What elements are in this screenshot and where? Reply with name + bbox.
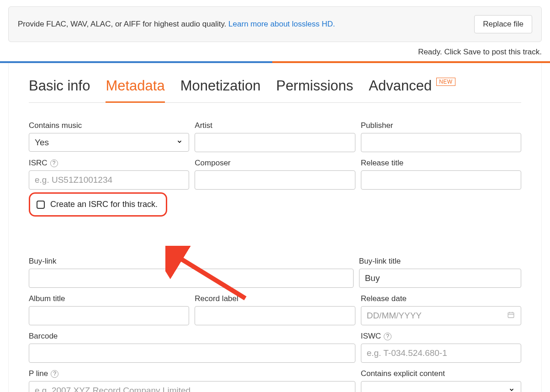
field-release-title: Release title bbox=[361, 159, 521, 217]
tab-bar: Basic info Metadata Monetization Permiss… bbox=[29, 77, 521, 103]
field-composer: Composer bbox=[195, 159, 355, 217]
isrc-checkbox-highlight: Create an ISRC for this track. bbox=[29, 192, 167, 217]
help-icon[interactable]: ? bbox=[50, 159, 58, 167]
isrc-input[interactable] bbox=[29, 170, 189, 190]
record-label-input[interactable] bbox=[195, 306, 355, 325]
publisher-input[interactable] bbox=[361, 133, 521, 152]
upload-status: Ready. Click Save to post this track. bbox=[0, 48, 542, 57]
create-isrc-checkbox[interactable] bbox=[37, 201, 45, 209]
label-p-line-text: P line bbox=[29, 369, 48, 378]
lossless-hd-link[interactable]: Learn more about lossless HD. bbox=[228, 20, 335, 28]
label-record-label: Record label bbox=[195, 294, 355, 303]
p-line-input[interactable] bbox=[29, 381, 355, 392]
label-iswc-text: ISWC bbox=[361, 332, 381, 341]
label-barcode: Barcode bbox=[29, 332, 355, 341]
tab-permissions[interactable]: Permissions bbox=[276, 77, 353, 101]
label-album-title: Album title bbox=[29, 294, 189, 303]
label-artist: Artist bbox=[195, 121, 355, 130]
content-panel: Basic info Metadata Monetization Permiss… bbox=[8, 63, 542, 392]
tab-advanced[interactable]: Advanced NEW bbox=[369, 77, 455, 101]
label-isrc-text: ISRC bbox=[29, 159, 48, 168]
replace-file-button[interactable]: Replace file bbox=[474, 15, 532, 33]
field-iswc: ISWC ? bbox=[361, 332, 521, 363]
banner-text: Provide FLAC, WAV, ALAC, or AIFF for hig… bbox=[18, 20, 335, 29]
help-icon[interactable]: ? bbox=[51, 370, 58, 378]
quality-banner: Provide FLAC, WAV, ALAC, or AIFF for hig… bbox=[8, 6, 542, 42]
label-release-date: Release date bbox=[361, 294, 521, 303]
banner-static-text: Provide FLAC, WAV, ALAC, or AIFF for hig… bbox=[18, 20, 228, 28]
contains-music-select[interactable]: Yes bbox=[29, 133, 189, 152]
album-title-input[interactable] bbox=[29, 306, 189, 325]
label-buy-link-title: Buy-link title bbox=[359, 257, 521, 266]
help-icon[interactable]: ? bbox=[384, 333, 391, 340]
barcode-input[interactable] bbox=[29, 344, 355, 363]
field-buy-link: Buy-link bbox=[29, 257, 354, 288]
field-publisher: Publisher bbox=[361, 121, 521, 152]
field-release-date: Release date bbox=[361, 294, 521, 325]
field-artist: Artist bbox=[195, 121, 355, 152]
label-composer: Composer bbox=[195, 159, 355, 168]
label-buy-link: Buy-link bbox=[29, 257, 354, 266]
release-title-input[interactable] bbox=[361, 170, 521, 190]
label-publisher: Publisher bbox=[361, 121, 521, 130]
label-p-line: P line ? bbox=[29, 369, 355, 378]
field-contains-music: Contains music Yes bbox=[29, 121, 189, 152]
explicit-content-select[interactable] bbox=[361, 381, 521, 392]
iswc-input[interactable] bbox=[361, 344, 521, 363]
release-date-input[interactable] bbox=[361, 306, 521, 325]
field-isrc: ISRC ? Create an ISRC for this track. bbox=[29, 159, 189, 217]
buy-link-input[interactable] bbox=[29, 269, 354, 288]
composer-input[interactable] bbox=[195, 170, 355, 190]
label-isrc: ISRC ? bbox=[29, 159, 189, 168]
new-badge: NEW bbox=[436, 78, 455, 86]
field-p-line: P line ? bbox=[29, 369, 355, 392]
label-release-title: Release title bbox=[361, 159, 521, 168]
label-explicit-content: Contains explicit content bbox=[361, 369, 521, 378]
label-iswc: ISWC ? bbox=[361, 332, 521, 341]
tab-advanced-label: Advanced bbox=[369, 78, 432, 94]
tab-basic-info[interactable]: Basic info bbox=[29, 77, 90, 101]
field-barcode: Barcode bbox=[29, 332, 355, 363]
field-explicit-content: Contains explicit content bbox=[361, 369, 521, 392]
create-isrc-label: Create an ISRC for this track. bbox=[50, 200, 158, 209]
buy-link-title-input[interactable] bbox=[359, 269, 521, 288]
tab-metadata[interactable]: Metadata bbox=[106, 77, 164, 103]
field-album-title: Album title bbox=[29, 294, 189, 325]
field-record-label: Record label bbox=[195, 294, 355, 325]
artist-input[interactable] bbox=[195, 133, 355, 152]
label-contains-music: Contains music bbox=[29, 121, 189, 130]
field-buy-link-title: Buy-link title bbox=[359, 257, 521, 288]
tab-monetization[interactable]: Monetization bbox=[180, 77, 261, 101]
